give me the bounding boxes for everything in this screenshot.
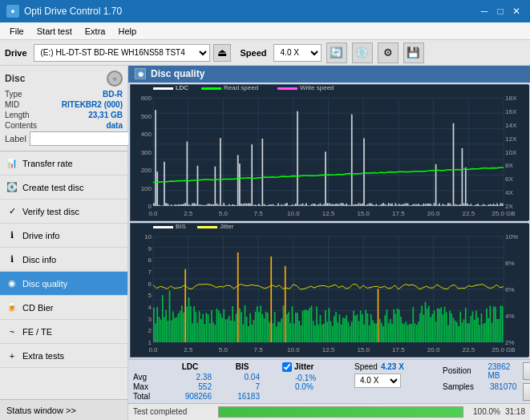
label-input[interactable] (30, 131, 136, 146)
disc-title: Disc (5, 73, 25, 84)
settings-button[interactable]: ⚙ (378, 42, 399, 63)
menu-bar: File Start test Extra Help (0, 22, 530, 40)
samples-value: 381070 (490, 382, 516, 391)
speed-select[interactable]: 4.0 X (273, 44, 322, 62)
jitter-checkbox[interactable] (282, 362, 292, 372)
drive-info-icon: ℹ (6, 230, 18, 241)
sidebar-item-cd-bier[interactable]: 🍺 CD Bier (0, 296, 127, 320)
disc-info-icon: ℹ (6, 254, 18, 265)
verify-test-disc-icon: ✓ (6, 206, 18, 217)
status-window-label: Status window >> (6, 406, 76, 415)
total-label: Total (133, 392, 162, 401)
disc-quality-icon: ◉ (6, 278, 18, 289)
progress-bar-container (218, 406, 463, 418)
contents-label: Contents (5, 121, 37, 130)
transfer-rate-icon: 📊 (6, 158, 18, 169)
sidebar-item-extra-tests[interactable]: + Extra tests (0, 344, 127, 368)
fe-te-icon: ~ (6, 326, 18, 337)
title-bar: ● Opti Drive Control 1.70 ─ □ ✕ (0, 0, 530, 22)
status-text: Test completed (133, 407, 213, 416)
menu-help[interactable]: Help (111, 25, 143, 38)
status-window-button[interactable]: Status window >> (0, 399, 127, 420)
speed-value: 4.23 X (381, 362, 404, 371)
stats-bar: LDC BIS Avg 2.38 0.04 Max 552 7 Total 90… (128, 359, 530, 403)
ldc-canvas (131, 85, 529, 220)
create-test-disc-icon: 💽 (6, 182, 18, 193)
nav-label-transfer-rate: Transfer rate (22, 159, 73, 168)
sidebar-item-fe-te[interactable]: ~ FE / TE (0, 320, 127, 344)
nav-items: 📊 Transfer rate 💽 Create test disc ✓ Ver… (0, 151, 127, 399)
label-label: Label (5, 134, 26, 143)
bis-canvas (131, 224, 529, 357)
main-layout: Disc ○ Type BD-R MID RITEKBR2 (000) Leng… (0, 66, 530, 420)
jitter-max: 0.0% (295, 382, 346, 391)
drive-label: Drive (5, 48, 27, 58)
minimize-button[interactable]: ─ (477, 4, 492, 18)
speed-select-stats[interactable]: 4.0 X (354, 374, 401, 388)
jitter-avg: -0.1% (295, 374, 346, 382)
speed-static-label: Speed (354, 362, 378, 371)
start-full-button[interactable]: Start full (523, 362, 530, 380)
sidebar-item-verify-test-disc[interactable]: ✓ Verify test disc (0, 200, 127, 224)
sidebar-item-disc-quality[interactable]: ◉ Disc quality (0, 272, 127, 296)
mid-label: MID (5, 100, 19, 109)
max-label: Max (133, 382, 162, 391)
window-controls: ─ □ ✕ (477, 4, 524, 18)
sidebar: Disc ○ Type BD-R MID RITEKBR2 (000) Leng… (0, 66, 128, 420)
length-label: Length (5, 111, 30, 119)
avg-label: Avg (133, 373, 162, 382)
menu-starttest[interactable]: Start test (30, 25, 79, 38)
sidebar-item-transfer-rate[interactable]: 📊 Transfer rate (0, 151, 127, 176)
cd-bier-icon: 🍺 (6, 302, 18, 313)
start-part-button[interactable]: Start part (523, 383, 530, 401)
ldc-avg: 2.38 (162, 373, 218, 382)
bis-avg: 0.04 (218, 373, 266, 382)
app-title: Opti Drive Control 1.70 (24, 6, 122, 17)
type-value: BD-R (103, 90, 123, 99)
disc-quality-title: Disc quality (151, 68, 204, 79)
menu-extra[interactable]: Extra (79, 25, 112, 38)
drive-select[interactable]: (E:) HL-DT-ST BD-RE WH16NS58 TST4 (34, 44, 210, 62)
nav-label-disc-info: Disc info (22, 255, 56, 265)
nav-label-disc-quality: Disc quality (22, 279, 67, 289)
ldc-header: LDC (162, 362, 218, 371)
progress-bar-fill (219, 407, 463, 417)
close-button[interactable]: ✕ (509, 4, 524, 18)
disc-icon: ○ (107, 71, 123, 87)
contents-value: data (106, 121, 123, 130)
sidebar-item-disc-info[interactable]: ℹ Disc info (0, 248, 127, 272)
charts-area (128, 83, 530, 359)
jitter-label: Jitter (294, 362, 314, 371)
progress-pct: 100.0% (468, 407, 500, 416)
menu-file[interactable]: File (3, 25, 30, 38)
app-icon: ● (6, 5, 19, 18)
save-button[interactable]: 💾 (403, 42, 424, 63)
content-area: ◉ Disc quality LDC BIS (128, 66, 530, 420)
sidebar-item-create-test-disc[interactable]: 💽 Create test disc (0, 176, 127, 200)
disc-quality-header-icon: ◉ (135, 68, 146, 79)
disc-button[interactable]: 💿 (352, 42, 373, 63)
maximize-button[interactable]: □ (493, 4, 508, 18)
samples-label: Samples (443, 382, 487, 391)
nav-label-cd-bier: CD Bier (22, 303, 54, 313)
ldc-total: 908266 (162, 392, 218, 401)
nav-label-verify-test-disc: Verify test disc (22, 207, 79, 216)
position-label: Position (443, 366, 484, 375)
nav-label-fe-te: FE / TE (22, 327, 52, 337)
position-value: 23862 MB (488, 362, 523, 380)
disc-panel: Disc ○ Type BD-R MID RITEKBR2 (000) Leng… (0, 66, 127, 151)
type-label: Type (5, 90, 22, 99)
bis-max: 7 (218, 382, 266, 391)
bis-header: BIS (218, 362, 266, 371)
speed-label: Speed (241, 48, 267, 58)
refresh-button[interactable]: 🔄 (326, 42, 347, 63)
bis-total: 16183 (218, 392, 266, 401)
time-text: 31:18 (505, 407, 525, 416)
eject-button[interactable]: ⏏ (213, 44, 231, 62)
sidebar-item-drive-info[interactable]: ℹ Drive info (0, 224, 127, 248)
mid-value: RITEKBR2 (000) (62, 100, 123, 109)
extra-tests-icon: + (6, 350, 18, 361)
ldc-chart (130, 84, 528, 221)
length-value: 23,31 GB (88, 111, 123, 119)
disc-quality-header: ◉ Disc quality (128, 66, 530, 83)
